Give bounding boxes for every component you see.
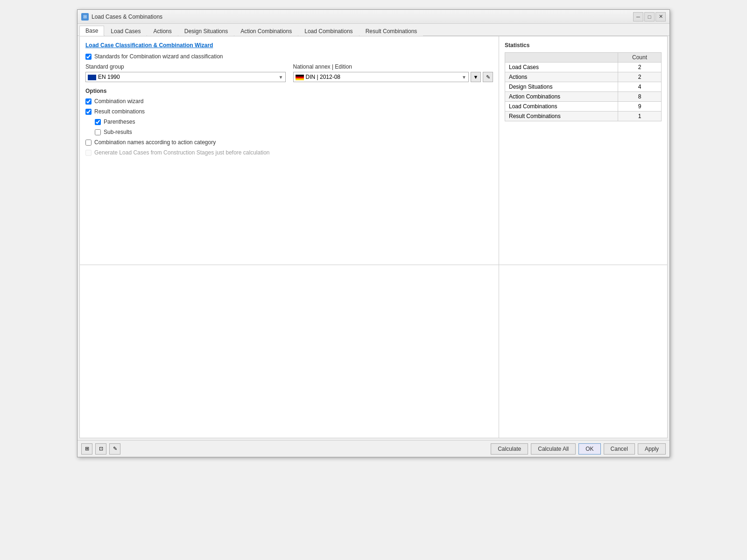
- apply-button[interactable]: Apply: [638, 443, 666, 455]
- main-content: Load Case Classification & Combination W…: [80, 36, 667, 438]
- tab-result-combinations[interactable]: Result Combinations: [359, 26, 423, 36]
- parentheses-label[interactable]: Parentheses: [104, 119, 135, 125]
- combination-names-label[interactable]: Combination names according to action ca…: [94, 139, 216, 146]
- standard-group-row: EN 1990 ▼: [85, 72, 286, 82]
- sub-results-row: Sub-results: [95, 129, 493, 135]
- sub-results-checkbox[interactable]: [95, 129, 101, 135]
- stats-row: Action Combinations 8: [505, 92, 662, 102]
- bottom-right-panel: [499, 265, 667, 438]
- edit-annex-button[interactable]: ✎: [483, 72, 493, 82]
- field-group: Standard group EN 1990 ▼ National annex …: [85, 63, 493, 82]
- tool-button-1[interactable]: ⊞: [81, 443, 92, 455]
- stats-row: Actions 2: [505, 72, 662, 82]
- stats-row-label: Load Cases: [505, 63, 618, 72]
- main-window: ⊞ Load Cases & Combinations ─ □ ✕ Base L…: [77, 9, 670, 457]
- filter-button[interactable]: ▼: [471, 72, 481, 82]
- national-annex-field: National annex | Edition DIN | 2012-08 ▼…: [293, 63, 493, 82]
- toolbar-left: ⊞ ⊡ ✎: [81, 443, 120, 455]
- section-title[interactable]: Load Case Classification & Combination W…: [85, 42, 493, 49]
- standard-select-arrow: ▼: [279, 75, 283, 80]
- eu-flag: [88, 75, 96, 80]
- stats-row-count: 8: [618, 92, 662, 102]
- parentheses-checkbox[interactable]: [95, 119, 101, 125]
- de-flag: [296, 75, 304, 80]
- generate-load-cases-checkbox: [85, 150, 92, 156]
- standards-checkbox[interactable]: [85, 54, 92, 60]
- bottom-bar: ⊞ ⊡ ✎ Calculate Calculate All OK Cancel …: [78, 440, 669, 457]
- stats-row-count: 9: [618, 102, 662, 112]
- sub-results-label[interactable]: Sub-results: [104, 129, 132, 135]
- stats-row-count: 1: [618, 112, 662, 121]
- stats-row-count: 2: [618, 63, 662, 72]
- close-button[interactable]: ✕: [655, 12, 666, 21]
- tab-actions[interactable]: Actions: [147, 26, 177, 36]
- result-combinations-row: Result combinations: [85, 108, 493, 115]
- national-annex-select[interactable]: DIN | 2012-08 ▼: [293, 72, 469, 82]
- stats-row-count: 2: [618, 72, 662, 82]
- result-combinations-label[interactable]: Result combinations: [94, 108, 145, 115]
- right-panel: Statistics Count Load Cases 2 Actions 2 …: [499, 36, 667, 265]
- tab-design-situations[interactable]: Design Situations: [178, 26, 234, 36]
- standard-select[interactable]: EN 1990 ▼: [85, 72, 286, 82]
- maximize-button[interactable]: □: [644, 12, 655, 21]
- combination-wizard-checkbox[interactable]: [85, 98, 92, 105]
- standards-label[interactable]: Standards for Combination wizard and cla…: [94, 53, 223, 60]
- bottom-panels: [80, 265, 667, 438]
- stats-row-label: Result Combinations: [505, 112, 618, 121]
- toolbar-right: Calculate Calculate All OK Cancel Apply: [491, 443, 666, 455]
- standards-checkbox-row: Standards for Combination wizard and cla…: [85, 53, 493, 60]
- content-area: Load Case Classification & Combination W…: [79, 36, 668, 438]
- title-bar: ⊞ Load Cases & Combinations ─ □ ✕: [78, 10, 669, 24]
- cancel-button[interactable]: Cancel: [604, 443, 635, 455]
- stats-title: Statistics: [505, 42, 662, 49]
- national-annex-row: DIN | 2012-08 ▼ ▼ ✎: [293, 72, 493, 82]
- bottom-left-panel: [80, 265, 499, 438]
- generate-load-cases-row: Generate Load Cases from Construction St…: [85, 149, 493, 156]
- stats-header-label: [505, 53, 618, 63]
- left-panel: Load Case Classification & Combination W…: [80, 36, 499, 265]
- combination-wizard-label[interactable]: Combination wizard: [94, 98, 143, 105]
- stats-header-count: Count: [618, 53, 662, 63]
- stats-row-label: Action Combinations: [505, 92, 618, 102]
- standard-group-field: Standard group EN 1990 ▼: [85, 63, 286, 82]
- tab-action-combinations[interactable]: Action Combinations: [234, 26, 298, 36]
- ok-button[interactable]: OK: [578, 443, 600, 455]
- minimize-button[interactable]: ─: [633, 12, 643, 21]
- tab-load-combinations[interactable]: Load Combinations: [298, 26, 359, 36]
- result-combinations-checkbox[interactable]: [85, 109, 92, 115]
- standard-group-label: Standard group: [85, 63, 286, 70]
- stats-row: Load Cases 2: [505, 63, 662, 72]
- tool-button-2[interactable]: ⊡: [95, 443, 106, 455]
- window-icon: ⊞: [81, 13, 89, 21]
- stats-row-label: Actions: [505, 72, 618, 82]
- top-panels: Load Case Classification & Combination W…: [80, 36, 667, 265]
- combination-names-checkbox[interactable]: [85, 140, 92, 146]
- stats-row-count: 4: [618, 82, 662, 92]
- stats-row: Load Combinations 9: [505, 102, 662, 112]
- options-label: Options: [85, 88, 493, 94]
- sub-checkboxes: Parentheses Sub-results: [95, 119, 493, 135]
- tab-load-cases[interactable]: Load Cases: [105, 26, 147, 36]
- title-bar-left: ⊞ Load Cases & Combinations: [81, 13, 162, 21]
- parentheses-row: Parentheses: [95, 119, 493, 125]
- combination-names-row: Combination names according to action ca…: [85, 139, 493, 146]
- window-controls: ─ □ ✕: [633, 12, 666, 21]
- generate-load-cases-label: Generate Load Cases from Construction St…: [94, 149, 270, 156]
- calculate-button[interactable]: Calculate: [491, 443, 528, 455]
- window-title: Load Cases & Combinations: [92, 14, 162, 20]
- stats-row-label: Design Situations: [505, 82, 618, 92]
- stats-table: Count Load Cases 2 Actions 2 Design Situ…: [505, 52, 662, 121]
- stats-row: Design Situations 4: [505, 82, 662, 92]
- national-annex-label: National annex | Edition: [293, 63, 493, 70]
- stats-row: Result Combinations 1: [505, 112, 662, 121]
- tab-base[interactable]: Base: [79, 26, 104, 36]
- calculate-all-button[interactable]: Calculate All: [531, 443, 576, 455]
- national-annex-arrow: ▼: [462, 75, 466, 80]
- tab-bar: Base Load Cases Actions Design Situation…: [78, 24, 669, 36]
- combination-wizard-row: Combination wizard: [85, 98, 493, 105]
- stats-row-label: Load Combinations: [505, 102, 618, 112]
- tool-button-3[interactable]: ✎: [109, 443, 120, 455]
